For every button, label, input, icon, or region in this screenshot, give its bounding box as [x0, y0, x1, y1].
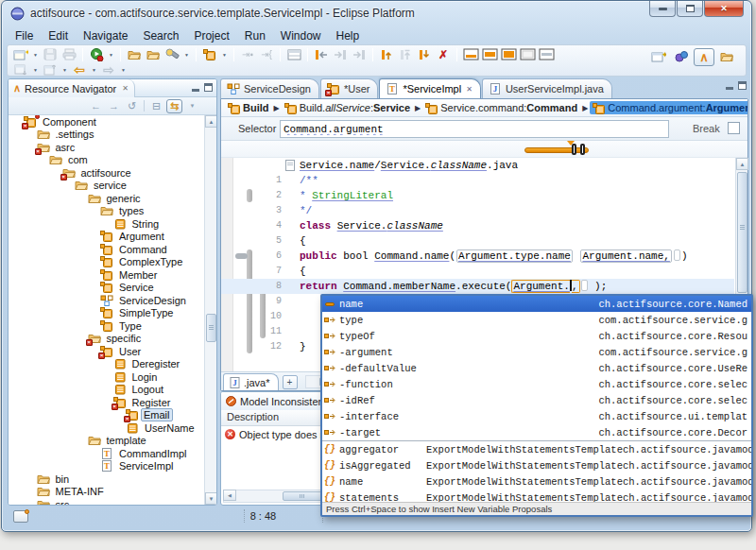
proposal-name[interactable]: namech.actifsource.core.Named: [322, 296, 751, 312]
breadcrumb-item-1[interactable]: Build.allService:Service: [282, 101, 413, 114]
search-flashlight-icon[interactable]: [163, 47, 180, 62]
menu-file[interactable]: File: [8, 27, 41, 44]
scroll-up-icon[interactable]: ▲: [736, 158, 748, 170]
tree-item-commandimpl[interactable]: TCommandImpl: [16, 447, 204, 460]
caret-icon[interactable]: ▼: [182, 47, 191, 62]
proposal-isAggregated[interactable]: {}isAggregatedExportModelWithStatementsT…: [322, 457, 751, 473]
tree-item-command[interactable]: Command: [16, 243, 204, 256]
tree-item-template[interactable]: template: [16, 435, 204, 448]
proposal-name[interactable]: {}nameExportModelWithStatementsTemplatec…: [322, 473, 751, 490]
perspective-java-icon[interactable]: [671, 48, 692, 66]
tree-item-service[interactable]: service: [16, 180, 204, 193]
tree-item-string[interactable]: String: [16, 217, 204, 231]
caret-icon[interactable]: ▼: [31, 62, 40, 77]
navigator-scrollbar[interactable]: ▲ ▼: [204, 115, 216, 505]
collapse-all-icon[interactable]: ⊟: [148, 99, 164, 113]
delete-red-icon[interactable]: ✗: [435, 47, 452, 62]
editor-tab-userserviceimpljava[interactable]: JUserServiceImpl.java: [482, 78, 612, 98]
run-build-icon[interactable]: [88, 47, 105, 62]
maximize-editor-icon[interactable]: [738, 81, 747, 90]
code-header-line[interactable]: Service.name/Service.className.java: [221, 158, 734, 173]
tree-item-email[interactable]: ×Email: [16, 409, 204, 422]
scrollbar-thumb[interactable]: [206, 314, 216, 342]
proposal-aggregator[interactable]: {}aggregatorExportModelWithStatementsTem…: [322, 441, 751, 457]
tree-item-servicedesign[interactable]: ServiceDesign: [16, 294, 204, 307]
print-icon[interactable]: [60, 47, 77, 62]
code-line-8[interactable]: 8 return Command.memberName.execute(Argu…: [221, 279, 734, 294]
navigator-tab[interactable]: ∧ Resource Navigator ✕: [9, 79, 135, 97]
tree-item-simpletype[interactable]: SimpleType: [16, 307, 204, 320]
view-band-middle-icon[interactable]: [481, 47, 498, 62]
back-yellow-icon[interactable]: ⇦: [71, 62, 88, 77]
tree-item-component[interactable]: ×Component: [16, 115, 204, 129]
proposal--target[interactable]: -targetch.actifsource.core.Decor: [322, 424, 751, 440]
menu-project[interactable]: Project: [186, 27, 236, 44]
breadcrumb-item-3[interactable]: Command.argument:Argument: [590, 101, 747, 114]
close-icon[interactable]: ✕: [122, 84, 129, 93]
close-icon[interactable]: ✕: [466, 85, 472, 94]
link-editor-icon[interactable]: ⇆: [166, 99, 182, 113]
maximize-view-icon[interactable]: [204, 83, 213, 92]
proposal--defaultValue[interactable]: -defaultValuech.actifsource.core.UseRe: [322, 360, 751, 376]
tree-item-member[interactable]: Member: [16, 268, 204, 282]
menu-run[interactable]: Run: [237, 27, 273, 44]
breadcrumb-item-2[interactable]: Service.command:Command: [422, 101, 580, 114]
tree-item-com[interactable]: com: [16, 154, 204, 167]
menu-window[interactable]: Window: [273, 27, 329, 44]
tree-item-actifsource[interactable]: ×actifsource: [16, 166, 204, 180]
editor-tab-servicedesign[interactable]: ServiceDesign: [220, 78, 319, 98]
caret-icon[interactable]: ▼: [220, 47, 229, 62]
open-folder-icon[interactable]: [126, 47, 143, 62]
proposal--idRef[interactable]: -idRefch.actifsource.core.selec: [322, 392, 751, 408]
ruler-range-bar[interactable]: [524, 147, 589, 153]
code-line-3[interactable]: 3 */: [221, 203, 734, 218]
nav-back-icon[interactable]: ←: [88, 99, 104, 113]
new-wizard-icon[interactable]: ✦: [12, 47, 29, 62]
tree-item-argument[interactable]: Argument: [16, 231, 204, 244]
menu-search[interactable]: Search: [135, 27, 186, 44]
tree-item-logout[interactable]: Logout: [16, 384, 204, 397]
maximize-button[interactable]: [677, 1, 703, 17]
breadcrumb-item-0[interactable]: Build: [225, 101, 272, 114]
view-gray-icon[interactable]: [538, 47, 555, 62]
view-menu-icon[interactable]: ▼: [184, 99, 200, 113]
scroll-up-icon[interactable]: ▲: [205, 115, 217, 128]
view-band-bottom-icon[interactable]: [462, 47, 479, 62]
template-table-icon[interactable]: [285, 47, 302, 62]
code-line-1[interactable]: 1/**: [221, 173, 734, 188]
java-page-tab[interactable]: J .java*: [223, 373, 279, 390]
menu-navigate[interactable]: Navigate: [76, 27, 135, 44]
tree-item-login[interactable]: Login: [16, 370, 204, 384]
tree-item-register[interactable]: ×Register: [16, 396, 204, 409]
tree-item-type[interactable]: Type: [16, 319, 204, 333]
proposal-type[interactable]: typecom.actifsource.service.g: [322, 312, 751, 328]
selector-input[interactable]: [280, 120, 669, 138]
editor-tab-serviceimpl[interactable]: T*ServiceImpl✕: [379, 78, 480, 98]
ruler-marker-2[interactable]: [580, 144, 585, 155]
tree-item-generic[interactable]: generic: [16, 192, 204, 205]
perspective-new-icon[interactable]: ✦: [648, 48, 669, 66]
menu-edit[interactable]: Edit: [41, 27, 76, 44]
insert-col-orange-icon[interactable]: [416, 47, 433, 62]
caret-icon[interactable]: ▼: [31, 47, 40, 62]
tree-item-serviceimpl[interactable]: TServiceImpl: [16, 460, 204, 473]
tree-item-settings[interactable]: .settings: [16, 129, 204, 142]
minimize-view-icon[interactable]: [192, 89, 199, 92]
add-page-button[interactable]: +: [283, 375, 298, 389]
scroll-down-icon[interactable]: ▼: [205, 492, 217, 505]
proposal-typeOf[interactable]: typeOfch.actifsource.core.Resou: [322, 328, 751, 344]
minimize-editor-icon[interactable]: [726, 87, 733, 90]
close-button[interactable]: ✕: [704, 1, 744, 17]
scrollbar-thumb[interactable]: [737, 172, 747, 293]
code-line-2[interactable]: 2 * StringLiteral: [221, 188, 734, 203]
proposal--interface[interactable]: -interfacech.actifsource.ui.templat: [322, 408, 751, 424]
tree-item-src[interactable]: ×src: [16, 498, 204, 505]
tree-item-types[interactable]: types: [16, 205, 204, 218]
nav-refresh-icon[interactable]: ↺: [124, 99, 140, 113]
bar-right-gray-2-icon[interactable]: [351, 47, 368, 62]
tree-item-asrc[interactable]: ×asrc: [16, 141, 204, 154]
forward-gray-icon[interactable]: ⇨: [100, 62, 117, 77]
nav-forward-icon[interactable]: →: [106, 99, 122, 113]
fast-view-icon[interactable]: [13, 510, 28, 523]
caret-icon[interactable]: ▼: [60, 62, 69, 77]
